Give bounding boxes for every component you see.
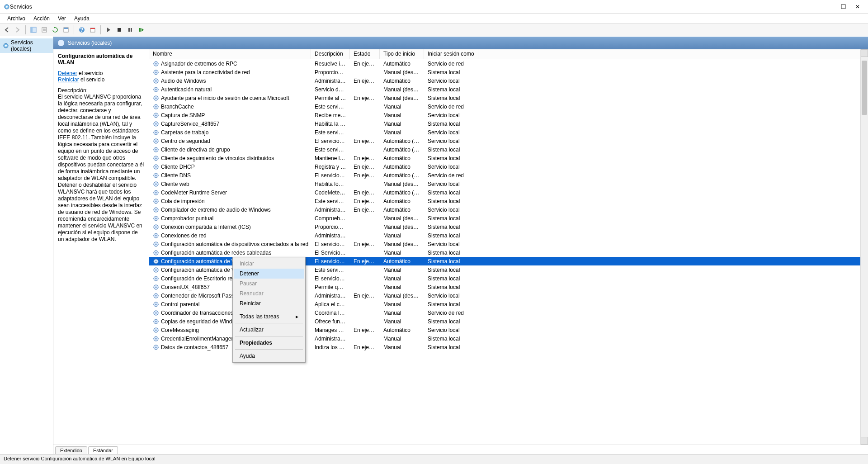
- service-row[interactable]: Captura de SNMPRecibe mens...ManualServi…: [149, 111, 860, 119]
- service-row[interactable]: Asignador de extremos de RPCResuelve ide…: [149, 59, 860, 68]
- service-logon: Sistema local: [424, 224, 478, 230]
- properties-button[interactable]: [61, 25, 71, 35]
- restart-button[interactable]: [136, 25, 146, 35]
- col-state[interactable]: Estado: [350, 49, 380, 59]
- toolbar: ?: [0, 24, 868, 36]
- service-row[interactable]: Conexión compartida a Internet (ICS)Prop…: [149, 223, 860, 231]
- ctx-propiedades[interactable]: Propiedades: [234, 338, 304, 348]
- tab-extendido[interactable]: Extendido: [55, 446, 87, 454]
- svg-point-69: [156, 278, 157, 279]
- service-row[interactable]: Configuración automática de redes cablea…: [149, 248, 860, 257]
- gear-icon: [153, 310, 159, 316]
- maximize-button[interactable]: [840, 4, 846, 10]
- service-desc: Aplica el con...: [311, 301, 350, 308]
- col-logon[interactable]: Iniciar sesión como: [424, 49, 478, 59]
- service-row[interactable]: Comprobador puntualComprueba ...Manual (…: [149, 214, 860, 223]
- service-row[interactable]: Cola de impresiónEste servicio ...En eje…: [149, 197, 860, 205]
- service-row[interactable]: Carpetas de trabajoEste servicio ...Manu…: [149, 128, 860, 137]
- close-button[interactable]: ✕: [854, 4, 861, 10]
- service-row[interactable]: Ayudante para el inicio de sesión de cue…: [149, 94, 860, 102]
- col-name[interactable]: Nombre: [149, 49, 311, 59]
- service-logon: Servicio de red: [424, 104, 478, 110]
- service-desc: Este servicio ...: [311, 147, 350, 153]
- tab-estandar[interactable]: Estándar: [88, 446, 118, 454]
- service-desc: Resuelve ide...: [311, 61, 350, 67]
- stop-service-link[interactable]: Detener: [58, 70, 77, 76]
- service-row[interactable]: BranchCacheEste servicio ...ManualServic…: [149, 102, 860, 111]
- svg-rect-11: [90, 28, 95, 29]
- restart-service-link[interactable]: Reiniciar: [58, 76, 79, 83]
- service-startup: Manual: [380, 232, 424, 239]
- menu-ver[interactable]: Ver: [54, 15, 70, 22]
- service-state: En ejecu...: [350, 293, 380, 299]
- refresh-button[interactable]: [50, 25, 60, 35]
- back-button[interactable]: [2, 25, 12, 35]
- service-desc: El servicio W...: [311, 258, 350, 265]
- service-row[interactable]: Compilador de extremo de audio de Window…: [149, 205, 860, 214]
- service-logon: Sistema local: [424, 147, 478, 153]
- gear-icon: [153, 189, 159, 196]
- column-headers: Nombre Descripción Estado Tipo de inicio…: [149, 49, 860, 59]
- service-row[interactable]: Cliente de directiva de grupoEste servic…: [149, 145, 860, 154]
- scroll-thumb[interactable]: [862, 61, 867, 115]
- calendar-button[interactable]: [88, 25, 98, 35]
- service-row[interactable]: Configuración automática de dispositivos…: [149, 240, 860, 248]
- ctx-ayuda[interactable]: Ayuda: [234, 351, 304, 361]
- service-row[interactable]: Audio de WindowsAdministra e...En ejecu.…: [149, 76, 860, 85]
- service-row[interactable]: Cliente de seguimiento de vínculos distr…: [149, 154, 860, 162]
- help-button[interactable]: ?: [77, 25, 87, 35]
- gear-icon: [153, 275, 159, 282]
- ctx-todas-tareas[interactable]: Todas las tareas▸: [234, 312, 304, 322]
- svg-point-57: [156, 226, 157, 227]
- play-button[interactable]: [104, 25, 113, 35]
- service-row[interactable]: CaptureService_48ff657Habilita la fu...M…: [149, 119, 860, 128]
- service-logon: Servicio local: [424, 78, 478, 84]
- col-desc[interactable]: Descripción: [311, 49, 350, 59]
- service-desc: Permite que ...: [311, 284, 350, 290]
- show-hide-tree-button[interactable]: [28, 25, 38, 35]
- forward-button[interactable]: [13, 25, 23, 35]
- ctx-actualizar[interactable]: Actualizar: [234, 325, 304, 335]
- menu-ayuda[interactable]: Ayuda: [71, 15, 93, 22]
- svg-point-25: [156, 89, 157, 90]
- stop-button[interactable]: [114, 25, 124, 35]
- service-name: Compilador de extremo de audio de Window…: [161, 207, 271, 213]
- service-startup: Manual: [380, 301, 424, 308]
- service-logon: Servicio de red: [424, 310, 478, 316]
- vertical-scrollbar[interactable]: [860, 49, 868, 445]
- service-row[interactable]: Conexiones de redAdministra o...ManualSi…: [149, 231, 860, 240]
- service-startup: Manual: [380, 250, 424, 256]
- service-row[interactable]: Cliente DNSEl servicio Cli...En ejecu...…: [149, 171, 860, 180]
- svg-point-71: [156, 286, 157, 288]
- service-desc: El servicio W...: [311, 138, 350, 144]
- service-row[interactable]: Asistente para la conectividad de redPro…: [149, 68, 860, 76]
- pause-button[interactable]: [125, 25, 135, 35]
- ctx-reiniciar[interactable]: Reiniciar: [234, 298, 304, 308]
- col-startup[interactable]: Tipo de inicio: [380, 49, 424, 59]
- gear-icon: [153, 121, 159, 127]
- service-row[interactable]: Centro de seguridadEl servicio W...En ej…: [149, 137, 860, 145]
- tree-root-node[interactable]: Servicios (locales): [0, 38, 53, 53]
- service-desc: Habilita los ...: [311, 181, 350, 187]
- menu-archivo[interactable]: Archivo: [4, 15, 29, 22]
- service-name: Captura de SNMP: [161, 112, 205, 118]
- service-row[interactable]: Autenticación naturalServicio de a...Man…: [149, 85, 860, 94]
- service-logon: Servicio de red: [424, 172, 478, 179]
- service-startup: Manual (desen...: [380, 224, 424, 230]
- minimize-button[interactable]: —: [826, 4, 832, 10]
- titlebar: Servicios — ✕: [0, 0, 868, 14]
- service-row[interactable]: Cliente webHabilita los ...Manual (desen…: [149, 180, 860, 188]
- ctx-detener[interactable]: Detener: [234, 269, 304, 279]
- scroll-down-button[interactable]: [861, 437, 868, 445]
- service-desc: Administra e...: [311, 78, 350, 84]
- service-name: Ayudante para el inicio de sesión de cue…: [161, 95, 289, 101]
- service-row[interactable]: CodeMeter Runtime ServerCodeMeter ...En …: [149, 188, 860, 197]
- context-menu: Iniciar Detener Pausar Reanudar Reinicia…: [232, 257, 306, 363]
- menu-accion[interactable]: Acción: [30, 15, 53, 22]
- service-desc: Administra o...: [311, 232, 350, 239]
- scroll-up-button[interactable]: [861, 49, 868, 57]
- service-row[interactable]: Cliente DHCPRegistra y ac...En ejecu...A…: [149, 162, 860, 171]
- svg-point-27: [156, 97, 157, 99]
- ctx-pausar: Pausar: [234, 279, 304, 289]
- export-list-button[interactable]: [39, 25, 49, 35]
